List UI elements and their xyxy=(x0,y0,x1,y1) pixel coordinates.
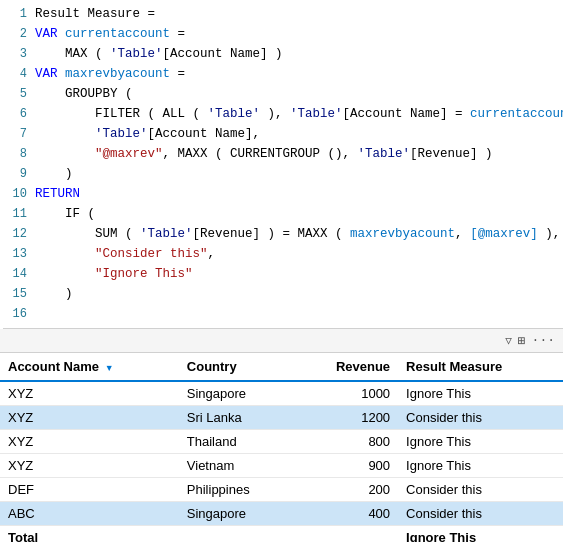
line-number: 7 xyxy=(7,124,35,144)
cell-account: ABC xyxy=(0,502,179,526)
code-line: 3 MAX ( 'Table'[Account Name] ) xyxy=(3,44,563,64)
code-line: 7 'Table'[Account Name], xyxy=(3,124,563,144)
line-content: ) xyxy=(35,164,559,184)
cell-revenue: 200 xyxy=(295,478,398,502)
cell-revenue: 1000 xyxy=(295,381,398,406)
cell-country: Philippines xyxy=(179,478,295,502)
cell-country: Thailand xyxy=(179,430,295,454)
table-row: XYZVietnam900Ignore This xyxy=(0,454,563,478)
col-result[interactable]: Result Measure xyxy=(398,353,563,381)
code-line: 10RETURN xyxy=(3,184,563,204)
line-content: 'Table'[Account Name], xyxy=(35,124,559,144)
cell-result: Consider this xyxy=(398,478,563,502)
line-number: 1 xyxy=(7,4,35,24)
cell-account: XYZ xyxy=(0,381,179,406)
line-number: 5 xyxy=(7,84,35,104)
header-row: Account Name ▼ Country Revenue Result Me… xyxy=(0,353,563,381)
line-content: RETURN xyxy=(35,184,559,204)
code-line: 6 FILTER ( ALL ( 'Table' ), 'Table'[Acco… xyxy=(3,104,563,124)
more-icon[interactable]: ··· xyxy=(532,333,555,348)
code-line: 5 GROUPBY ( xyxy=(3,84,563,104)
line-content: GROUPBY ( xyxy=(35,84,559,104)
table-row: XYZThailand800Ignore This xyxy=(0,430,563,454)
sort-arrow-icon: ▼ xyxy=(105,363,114,373)
line-number: 10 xyxy=(7,184,35,204)
line-number: 8 xyxy=(7,144,35,164)
table-row: XYZSri Lanka1200Consider this xyxy=(0,406,563,430)
code-line: 8 "@maxrev", MAXX ( CURRENTGROUP (), 'Ta… xyxy=(3,144,563,164)
total-revenue-empty xyxy=(295,526,398,543)
code-editor-wrapper: ✓ 1Result Measure =2VAR currentaccount =… xyxy=(0,0,563,329)
total-country-empty xyxy=(179,526,295,543)
cell-country: Sri Lanka xyxy=(179,406,295,430)
cell-account: XYZ xyxy=(0,430,179,454)
line-number: 15 xyxy=(7,284,35,304)
line-number: 3 xyxy=(7,44,35,64)
line-content: MAX ( 'Table'[Account Name] ) xyxy=(35,44,559,64)
line-content: VAR currentaccount = xyxy=(35,24,559,44)
col-country[interactable]: Country xyxy=(179,353,295,381)
line-content: "Ignore This" xyxy=(35,264,559,284)
cell-result: Ignore This xyxy=(398,454,563,478)
code-line: 4VAR maxrevbyacount = xyxy=(3,64,563,84)
cell-country: Vietnam xyxy=(179,454,295,478)
cell-result: Consider this xyxy=(398,406,563,430)
total-label: Total xyxy=(0,526,179,543)
code-editor[interactable]: 1Result Measure =2VAR currentaccount =3 … xyxy=(3,0,563,329)
cell-account: DEF xyxy=(0,478,179,502)
line-number: 12 xyxy=(7,224,35,244)
code-line: 13 "Consider this", xyxy=(3,244,563,264)
line-content: VAR maxrevbyacount = xyxy=(35,64,559,84)
table-row: XYZSingapore1000Ignore This xyxy=(0,381,563,406)
cell-revenue: 1200 xyxy=(295,406,398,430)
col-revenue[interactable]: Revenue xyxy=(295,353,398,381)
editor-toolbar: ▽ ⊞ ··· xyxy=(0,329,563,353)
data-table-container: Account Name ▼ Country Revenue Result Me… xyxy=(0,353,563,542)
cell-revenue: 900 xyxy=(295,454,398,478)
line-content: Result Measure = xyxy=(35,4,559,24)
results-table: Account Name ▼ Country Revenue Result Me… xyxy=(0,353,563,542)
code-line: 15 ) xyxy=(3,284,563,304)
code-line: 2VAR currentaccount = xyxy=(3,24,563,44)
cell-result: Ignore This xyxy=(398,430,563,454)
code-line: 16 xyxy=(3,304,563,324)
code-line: 9 ) xyxy=(3,164,563,184)
grid-icon[interactable]: ⊞ xyxy=(518,333,526,349)
line-content: FILTER ( ALL ( 'Table' ), 'Table'[Accoun… xyxy=(35,104,563,124)
total-row: TotalIgnore This xyxy=(0,526,563,543)
line-number: 9 xyxy=(7,164,35,184)
code-line: 14 "Ignore This" xyxy=(3,264,563,284)
table-header: Account Name ▼ Country Revenue Result Me… xyxy=(0,353,563,381)
cell-country: Singapore xyxy=(179,502,295,526)
cell-account: XYZ xyxy=(0,406,179,430)
table-row: ABCSingapore400Consider this xyxy=(0,502,563,526)
table-row: DEFPhilippines200Consider this xyxy=(0,478,563,502)
line-number: 11 xyxy=(7,204,35,224)
code-line: 11 IF ( xyxy=(3,204,563,224)
filter-icon[interactable]: ▽ xyxy=(505,334,512,347)
line-content: "@maxrev", MAXX ( CURRENTGROUP (), 'Tabl… xyxy=(35,144,559,164)
code-line: 12 SUM ( 'Table'[Revenue] ) = MAXX ( max… xyxy=(3,224,563,244)
table-body: XYZSingapore1000Ignore ThisXYZSri Lanka1… xyxy=(0,381,563,542)
cell-revenue: 400 xyxy=(295,502,398,526)
line-number: 14 xyxy=(7,264,35,284)
line-content: SUM ( 'Table'[Revenue] ) = MAXX ( maxrev… xyxy=(35,224,560,244)
line-number: 4 xyxy=(7,64,35,84)
total-result: Ignore This xyxy=(398,526,563,543)
cell-revenue: 800 xyxy=(295,430,398,454)
line-number: 13 xyxy=(7,244,35,264)
line-content: "Consider this", xyxy=(35,244,559,264)
cell-result: Consider this xyxy=(398,502,563,526)
cell-country: Singapore xyxy=(179,381,295,406)
line-content: ) xyxy=(35,284,559,304)
cell-account: XYZ xyxy=(0,454,179,478)
line-number: 6 xyxy=(7,104,35,124)
cell-result: Ignore This xyxy=(398,381,563,406)
line-number: 16 xyxy=(7,304,35,324)
line-content: IF ( xyxy=(35,204,559,224)
col-account[interactable]: Account Name ▼ xyxy=(0,353,179,381)
code-line: 1Result Measure = xyxy=(3,4,563,24)
line-number: 2 xyxy=(7,24,35,44)
